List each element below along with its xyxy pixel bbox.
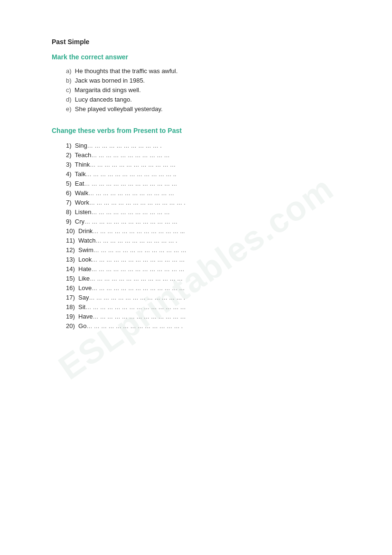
verb-word: Teach [75, 151, 92, 159]
list-item: 16) Love… … … … … … … … … … … … … [66, 284, 340, 292]
verb-number: 4) [66, 170, 72, 178]
verb-dots: … … … … … … … … … … … … … . [86, 323, 183, 329]
verb-word: Love [78, 284, 92, 292]
list-item: 3) Think… … … … … … … … … … … … [66, 161, 340, 168]
list-item: 9) Cry… … … … … … … … … … … … … [66, 218, 340, 225]
verb-dots: … … … … … … … … … … … … … [90, 275, 183, 282]
list-item: 11) Watch… … … … … … … … … … … . [66, 237, 340, 244]
verb-dots: … … … … … … … … … … … … ... [93, 228, 185, 235]
verb-number: 9) [66, 218, 72, 225]
verb-number: 10) [66, 227, 75, 235]
page: ESLprintables.com Past Simple Mark the c… [0, 0, 392, 555]
list-item: 2) Teach… … … … … … … … … … … [66, 151, 340, 159]
list-item: 7) Work… … … … … … … … … … … … … . [66, 199, 340, 206]
list-item: 18) Sit… … … … … … … … … … … … … … [66, 303, 340, 310]
verb-word: Work [75, 199, 89, 206]
verb-dots: … … … … … … … … … … … … … [92, 256, 185, 263]
verb-word: Eat [75, 180, 84, 187]
verb-word: Swim [78, 246, 93, 254]
verb-word: Walk [75, 189, 88, 197]
section1-heading: Mark the correct answer [52, 53, 340, 61]
verb-word: Go [78, 322, 86, 329]
verb-word: Sit [78, 303, 85, 310]
verb-word: Look [78, 256, 92, 263]
verb-number: 13) [66, 256, 75, 263]
verb-word: Have [78, 313, 93, 320]
verb-number: 12) [66, 246, 75, 254]
verb-number: 16) [66, 284, 75, 292]
list-item: 5) Eat… … … … … … … … … … … … … [66, 180, 340, 187]
verb-number: 1) [66, 142, 72, 149]
verb-word: Watch [78, 237, 95, 244]
verb-dots: … … … … … … … … … … … … [90, 161, 176, 168]
verb-dots: … … … … … … … … … … … … … … [85, 304, 186, 310]
verb-number: 8) [66, 208, 72, 216]
list-item: 17) Say… … … … … … … … … … … … … . [66, 294, 340, 301]
list-item: a) He thoughts that the traffic was awfu… [66, 67, 340, 75]
list-item: 15) Like… … … … … … … … … … … … … [66, 275, 340, 282]
verb-dots: … … … … … … … … … … … … … [93, 313, 186, 320]
list-item: 4) Talk… … … … … … … … … … … … .. [66, 170, 340, 178]
page-title: Past Simple [52, 38, 340, 46]
verb-word: Think [75, 161, 90, 168]
verb-dots: … … … … … … … … … … … … .. [86, 171, 177, 178]
verb-dots: … … … … … … … … … … … … … . [89, 294, 185, 301]
verb-word: Hate [78, 265, 91, 273]
verb-word: Sing [75, 142, 87, 149]
list-item: 19) Have… … … … … … … … … … … … … [66, 313, 340, 320]
verb-dots: … … … … … … … … … … … . [95, 237, 177, 244]
verb-number: 17) [66, 294, 75, 301]
verb-number: 7) [66, 199, 72, 206]
verb-dots: … … … … … … … … … … … … … [84, 180, 177, 187]
list-item: 10) Drink… … … … … … … … … … … … ... [66, 227, 340, 235]
verb-number: 3) [66, 161, 72, 168]
list-item: d) Lucy danceds tango. [66, 96, 340, 103]
list-item: e) She played volleyball yesterday. [66, 105, 340, 113]
verb-number: 6) [66, 189, 72, 197]
list-item: 1) Sing… … … … … … … … … … . [66, 142, 340, 149]
list-item: 6) Walk… … … … … … … … … … … … [66, 189, 340, 197]
verb-number: 18) [66, 303, 75, 310]
list-item: c) Margarita did sings well. [66, 86, 340, 94]
answers-list: a) He thoughts that the traffic was awfu… [52, 67, 340, 113]
verb-number: 20) [66, 322, 75, 329]
verb-dots: … … … … … … … … … … … … … [84, 218, 177, 225]
verb-word: Talk [75, 170, 86, 178]
verb-word: Say [78, 294, 89, 301]
verb-dots: … … … … … … … … … … … … … [92, 285, 185, 292]
verb-dots: … … … … … … … … … … … … … . [89, 199, 186, 206]
verb-dots: … … … … … … … … … … … [91, 152, 169, 159]
list-item: b) Jack was borned in 1985. [66, 77, 340, 84]
verb-word: Cry [75, 218, 84, 225]
list-item: 14) Hate… … … … … … … … … … … … … [66, 265, 340, 273]
verb-word: Like [78, 275, 90, 282]
list-item: 12) Swim… … … … … … … … … … … … … [66, 246, 340, 254]
verb-number: 14) [66, 265, 75, 273]
verb-word: Listen [75, 208, 92, 216]
verb-dots: … … … … … … … … … … … … … [92, 266, 185, 273]
list-item: 20) Go… … … … … … … … … … … … … . [66, 322, 340, 329]
verb-number: 19) [66, 313, 75, 320]
verb-dots: … … … … … … … … … … . [87, 142, 162, 149]
section2-heading: Change these verbs from Present to Past [52, 127, 340, 134]
verb-word: Drink [78, 227, 93, 235]
list-item: 13) Look… … … … … … … … … … … … … [66, 256, 340, 263]
verb-number: 2) [66, 151, 72, 159]
list-item: 8) Listen… … … … … … … … … … … [66, 208, 340, 216]
verb-dots: … … … … … … … … … … … … … [93, 247, 187, 254]
verb-dots: … … … … … … … … … … … [92, 209, 170, 216]
verb-number: 5) [66, 180, 72, 187]
verbs-list: 1) Sing… … … … … … … … … … .2) Teach… … … [52, 142, 340, 329]
verb-number: 11) [66, 237, 75, 244]
verb-dots: … … … … … … … … … … … … [88, 190, 174, 197]
verb-number: 15) [66, 275, 75, 282]
